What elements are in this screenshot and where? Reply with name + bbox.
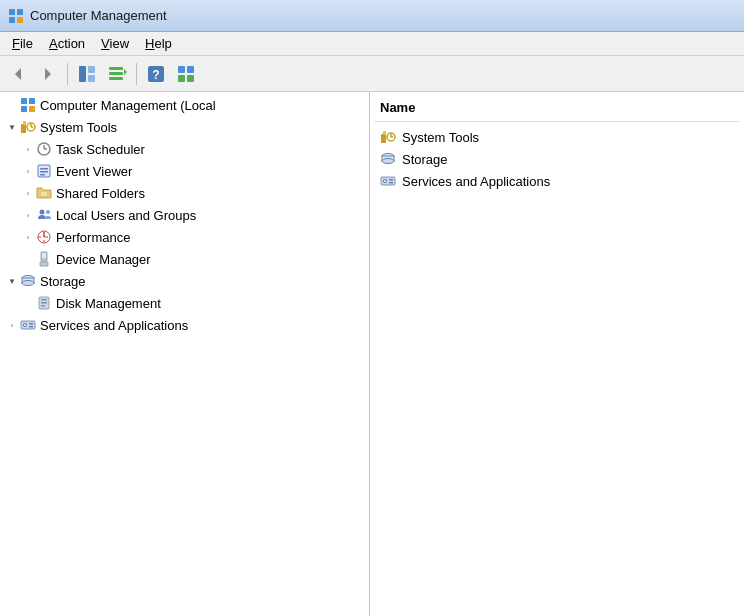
system-tools-icon	[20, 119, 36, 135]
properties-button[interactable]	[172, 60, 200, 88]
help-button[interactable]: ?	[142, 60, 170, 88]
svg-rect-16	[187, 66, 194, 73]
services-label: Services and Applications	[40, 318, 188, 333]
tree-item-device-manager[interactable]: Device Manager	[20, 248, 369, 270]
performance-icon	[36, 229, 52, 245]
svg-rect-58	[381, 134, 386, 143]
device-manager-label: Device Manager	[56, 252, 151, 267]
shared-folders-icon	[36, 185, 52, 201]
svg-rect-68	[389, 179, 393, 181]
tree-panel: Computer Management (Local ▼ System Tool…	[0, 92, 370, 616]
right-services-label: Services and Applications	[402, 174, 550, 189]
expand-open-icon: ▼	[4, 119, 20, 135]
menu-view[interactable]: View	[93, 34, 137, 53]
svg-rect-2	[9, 17, 15, 23]
toolbar: ?	[0, 56, 744, 92]
tree-item-performance[interactable]: › Performance	[20, 226, 369, 248]
tree-item-task-scheduler[interactable]: › Task Scheduler	[20, 138, 369, 160]
right-tools-icon	[380, 129, 396, 145]
right-item-storage[interactable]: Storage	[374, 148, 740, 170]
device-manager-icon	[36, 251, 52, 267]
svg-marker-5	[45, 68, 51, 80]
toolbar-separator-2	[136, 63, 137, 85]
window-title: Computer Management	[30, 8, 167, 23]
right-panel: Name System Tools	[370, 92, 744, 616]
svg-rect-20	[29, 98, 35, 104]
local-users-icon	[36, 207, 52, 223]
right-services-icon	[380, 173, 396, 189]
expand-closed-icon4: ›	[20, 207, 36, 223]
svg-rect-17	[178, 75, 185, 82]
svg-rect-9	[109, 67, 123, 70]
svg-marker-4	[15, 68, 21, 80]
tree-item-disk-management[interactable]: Disk Management	[20, 292, 369, 314]
svg-point-36	[40, 210, 45, 215]
right-item-system-tools[interactable]: System Tools	[374, 126, 740, 148]
menu-file[interactable]: File	[4, 34, 41, 53]
tree-item-event-viewer[interactable]: › Event Viewer	[20, 160, 369, 182]
menu-help[interactable]: Help	[137, 34, 180, 53]
svg-rect-44	[42, 253, 46, 258]
tree-item-local-users[interactable]: › Local Users and Groups	[20, 204, 369, 226]
tree-item-root[interactable]: Computer Management (Local	[4, 94, 369, 116]
svg-rect-45	[40, 262, 48, 266]
back-button[interactable]	[4, 60, 32, 88]
svg-rect-33	[40, 171, 48, 173]
svg-rect-8	[88, 75, 95, 82]
svg-rect-1	[17, 9, 23, 15]
back-icon	[9, 65, 27, 83]
root-icon	[20, 97, 36, 113]
svg-rect-55	[29, 323, 33, 325]
svg-rect-34	[40, 174, 45, 176]
tree-item-shared-folders[interactable]: › Shared Folders	[20, 182, 369, 204]
app-icon	[8, 8, 24, 24]
svg-rect-6	[79, 66, 86, 82]
services-expand-icon: ›	[4, 317, 20, 333]
action-button[interactable]	[103, 60, 131, 88]
shared-folders-label: Shared Folders	[56, 186, 145, 201]
svg-point-37	[46, 210, 50, 214]
svg-rect-51	[41, 302, 47, 304]
disk-management-icon	[36, 295, 52, 311]
local-users-label: Local Users and Groups	[56, 208, 196, 223]
performance-label: Performance	[56, 230, 130, 245]
right-storage-icon	[380, 151, 396, 167]
no-expand	[20, 251, 36, 267]
event-viewer-icon	[36, 163, 52, 179]
svg-marker-12	[124, 69, 127, 75]
svg-rect-23	[21, 124, 26, 133]
menu-bar: File Action View Help	[0, 32, 744, 56]
forward-icon	[39, 65, 57, 83]
storage-expand-icon: ▼	[4, 273, 20, 289]
tree-icon	[77, 64, 97, 84]
tree-item-services[interactable]: › Services and Applications	[4, 314, 369, 336]
svg-text:?: ?	[152, 68, 159, 82]
expand-closed-icon3: ›	[20, 185, 36, 201]
svg-rect-59	[383, 131, 386, 135]
svg-rect-24	[23, 121, 26, 125]
menu-action[interactable]: Action	[41, 34, 93, 53]
storage-icon	[20, 273, 36, 289]
expand-closed-icon: ›	[20, 141, 36, 157]
right-item-services[interactable]: Services and Applications	[374, 170, 740, 192]
tree-item-storage[interactable]: ▼ Storage	[4, 270, 369, 292]
task-scheduler-icon	[36, 141, 52, 157]
no-expand2	[20, 295, 36, 311]
tree-item-system-tools[interactable]: ▼ System Tools	[4, 116, 369, 138]
right-panel-header: Name	[374, 96, 740, 122]
svg-rect-0	[9, 9, 15, 15]
root-label: Computer Management (Local	[40, 98, 216, 113]
main-area: Computer Management (Local ▼ System Tool…	[0, 92, 744, 616]
svg-rect-11	[109, 77, 123, 80]
svg-rect-69	[389, 182, 393, 184]
svg-rect-3	[17, 17, 23, 23]
svg-rect-19	[21, 98, 27, 104]
right-storage-label: Storage	[402, 152, 448, 167]
forward-button[interactable]	[34, 60, 62, 88]
help-icon: ?	[146, 64, 166, 84]
disk-management-label: Disk Management	[56, 296, 161, 311]
svg-rect-10	[109, 72, 123, 75]
show-tree-button[interactable]	[73, 60, 101, 88]
toolbar-separator-1	[67, 63, 68, 85]
svg-rect-21	[21, 106, 27, 112]
